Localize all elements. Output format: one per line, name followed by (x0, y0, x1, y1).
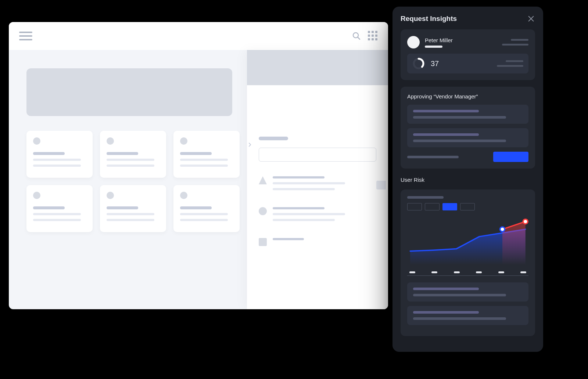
approval-item-placeholder (407, 128, 528, 147)
risk-chart-ticks (407, 271, 528, 273)
apps-grid-icon[interactable] (368, 31, 378, 41)
app-body (9, 50, 388, 309)
score-row: 37 (407, 54, 528, 73)
chart-tick (431, 271, 437, 273)
approving-card: Approving “Vendor Manager” (401, 87, 535, 169)
insights-title: Request Insights (401, 15, 457, 23)
list-item[interactable] (173, 185, 240, 232)
hamburger-menu-icon[interactable] (19, 32, 32, 40)
risk-range-tab[interactable] (460, 203, 475, 210)
chart-tick (476, 271, 482, 273)
circle-icon (259, 207, 267, 215)
user-subtitle-placeholder (425, 46, 442, 48)
user-summary-card: Peter Miller 37 (401, 29, 535, 80)
chart-tick (409, 271, 415, 273)
risk-detail-placeholder (407, 282, 528, 302)
insights-header: Request Insights (401, 15, 535, 23)
main-column (9, 50, 247, 309)
row-action-placeholder[interactable] (376, 181, 386, 190)
chart-tick (454, 271, 460, 273)
list-item[interactable] (100, 185, 166, 232)
text-input-placeholder[interactable] (259, 148, 376, 162)
risk-title-placeholder (407, 196, 444, 199)
list-item[interactable] (259, 207, 376, 225)
risk-range-tab[interactable] (407, 203, 422, 210)
square-icon (259, 238, 267, 246)
risk-detail-placeholder (407, 306, 528, 325)
list-item[interactable] (259, 238, 376, 246)
list-item[interactable] (173, 131, 240, 178)
list-item[interactable] (100, 131, 166, 178)
user-name: Peter Miller (425, 37, 453, 43)
user-risk-card (401, 190, 535, 336)
card-grid (26, 131, 240, 232)
chevron-right-icon[interactable] (245, 140, 255, 150)
risk-range-tab[interactable] (425, 203, 440, 210)
list-item[interactable] (26, 131, 93, 178)
close-icon[interactable] (527, 15, 535, 23)
risk-chart (407, 216, 528, 268)
score-value: 37 (431, 59, 439, 68)
progress-ring-icon (412, 57, 425, 70)
approving-label: Approving “Vendor Manager” (407, 93, 528, 100)
approval-item-placeholder (407, 105, 528, 124)
score-meta-placeholder (497, 60, 523, 67)
chart-tick (520, 271, 526, 273)
request-insights-panel: Request Insights Peter Miller (392, 7, 543, 352)
user-risk-label: User Risk (401, 177, 535, 183)
list-item[interactable] (26, 185, 93, 232)
side-column (247, 50, 388, 309)
field-label-placeholder (259, 137, 288, 140)
primary-action-button[interactable] (493, 152, 528, 162)
risk-range-tab[interactable] (442, 203, 457, 210)
avatar (407, 36, 420, 48)
list-item[interactable] (259, 176, 376, 194)
hero-placeholder (26, 68, 232, 116)
app-header (9, 22, 388, 50)
svg-line-1 (358, 37, 360, 39)
approval-action-row (407, 152, 528, 162)
app-window (9, 22, 388, 309)
risk-range-tabs (407, 203, 528, 210)
search-icon[interactable] (351, 31, 362, 41)
svg-point-9 (524, 220, 527, 223)
svg-point-7 (501, 228, 504, 231)
risk-chart-axis (407, 275, 528, 276)
user-row: Peter Miller (407, 36, 528, 48)
user-meta-placeholder (502, 39, 528, 46)
chart-tick (498, 271, 504, 273)
side-hero-placeholder (247, 50, 388, 85)
triangle-icon (259, 176, 267, 184)
